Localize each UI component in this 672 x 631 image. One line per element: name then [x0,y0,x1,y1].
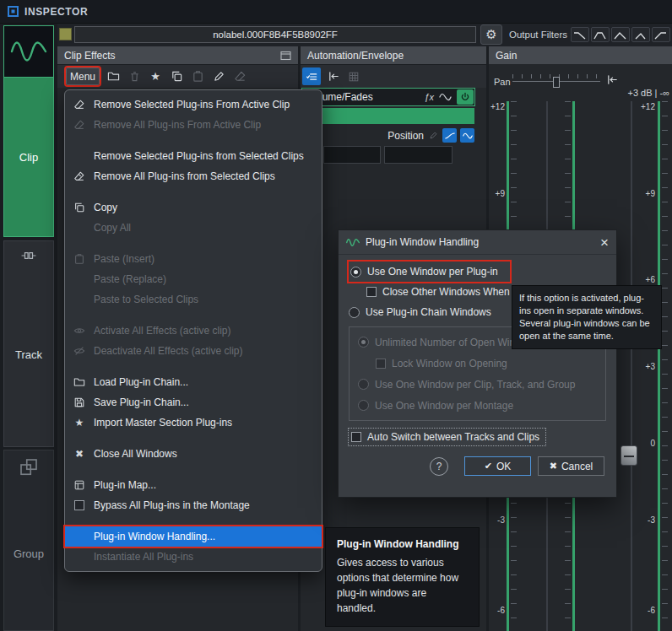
fx-icon: ƒx [424,92,434,102]
check-icon: ✔ [485,461,492,472]
scale-label: +3 [639,362,655,371]
menu-item[interactable]: Copy [65,197,322,218]
sidebar-item-group[interactable]: Group [3,450,54,631]
radio-icon [350,267,361,278]
group-icon [18,457,40,477]
detach-window-icon[interactable] [280,51,291,61]
menu-item[interactable]: Load Plug-in Chain... [65,372,322,392]
tooltip-title: Plug-in Window Handling [337,538,468,550]
clip-tab-label: Clip [4,78,53,236]
filter-peak-icon[interactable] [611,27,630,42]
reset-envelope-icon[interactable] [326,69,341,84]
scale-ticks [662,101,668,631]
copy-icon[interactable] [169,69,184,84]
menu-item-plugin-window-handling[interactable]: Plug-in Window Handling... [65,526,322,547]
menu-item[interactable]: Plug-in Map... [65,475,322,495]
filter-low-shelf-icon[interactable] [571,27,589,42]
eraser-icon [73,118,86,132]
position-row: Position [301,127,475,143]
filter-band-icon[interactable] [591,27,610,42]
cancel-button[interactable]: ✖ Cancel [538,456,604,476]
pan-thumb[interactable] [553,77,560,88]
envelope-list-toggle[interactable] [302,67,321,85]
scale-label: -6 [639,606,655,615]
inspector-window: INSPECTOR Clip Track Group ⚙ Output Filt… [0,0,672,631]
sidebar-item-track[interactable]: Track [3,240,54,447]
clip-effects-menu: Remove Selected Plug-ins From Active Cli… [64,89,322,572]
wave-icon[interactable] [460,128,474,143]
pan-reset-icon[interactable] [606,73,620,87]
filter-high-shelf-icon[interactable] [652,27,670,42]
checkbox-icon [366,287,377,297]
fader-handle[interactable] [621,445,637,466]
menu-item[interactable]: ✖ Close All Windows [65,444,322,464]
selected-envelope-row[interactable] [301,108,474,124]
track-icon [16,248,41,263]
save-icon [73,396,86,409]
pencil-icon [427,130,439,142]
menu-separator [65,310,322,321]
fade-curve-icon[interactable] [442,128,457,143]
ok-button[interactable]: ✔ OK [464,456,531,476]
menu-item[interactable]: Save Plug-in Chain... [65,392,322,413]
menu-item[interactable]: Remove All Plug-ins from Selected Clips [65,166,322,186]
track-tab-label: Track [15,263,42,446]
sine-wave-icon [439,92,452,102]
menu-button[interactable]: Menu [66,67,100,85]
radio-icon [358,379,369,390]
radio-one-window-per-clip-track-group: Use One Window per Clip, Track, and Grou… [358,374,597,395]
close-icon[interactable]: × [600,235,609,250]
filter-notch-icon[interactable] [631,27,650,42]
radio-use-one-window-per-plugin[interactable]: Use One Window per Plug-in [349,262,510,282]
menu-item[interactable]: ★ Import Master Section Plug-ins [65,413,322,433]
menu-item: Copy All [65,218,322,238]
eraser-icon [73,98,86,111]
checkbox-auto-switch[interactable]: Auto Switch between Tracks and Clips [349,429,606,445]
dialog-footer: ? ✔ OK ✖ Cancel [349,456,606,476]
pan-slider[interactable] [512,73,600,89]
help-button[interactable]: ? [430,457,448,476]
clip-effects-title: Clip Effects [64,50,115,62]
help-icon: ? [436,461,442,472]
trash-icon [127,69,142,84]
dialog-titlebar[interactable]: Plug-in Window Handling × [339,230,616,255]
position-value-field[interactable] [323,146,381,164]
radio-icon [358,337,369,348]
gear-icon: ⚙ [485,27,496,42]
menu-item-tooltip: Plug-in Window Handling Gives access to … [325,527,480,627]
checkbox-icon [73,499,86,512]
menu-separator [65,238,322,249]
automation-toolbar [301,65,486,88]
position-label: Position [387,130,424,142]
clip-name-field[interactable] [74,26,476,43]
position-time-field[interactable] [384,146,453,164]
menu-item[interactable]: Bypass All Plug-ins in the Montage [65,495,322,515]
checkbox-icon [376,359,386,369]
envelope-curve-selector[interactable]: Volume/Fades ƒx [301,88,475,106]
pen-icon[interactable] [211,69,226,84]
dialog-title: Plug-in Window Handling [366,236,479,248]
settings-button[interactable]: ⚙ [480,24,502,45]
copy-icon [73,201,86,214]
pan-label: Pan [494,77,511,87]
scale-label: +6 [639,275,655,284]
scale-label: +9 [639,189,655,198]
grid-icon [346,69,361,84]
menu-item[interactable]: Remove Selected Plug-ins From Active Cli… [65,94,322,115]
folder-icon[interactable] [106,69,121,84]
scale-label: -3 [489,515,505,525]
envelope-power-button[interactable] [457,89,474,105]
fader-rail-right[interactable] [631,101,632,631]
menu-item: Paste to Selected Clips [65,289,322,310]
clip-color-swatch[interactable] [59,28,72,40]
cross-icon: ✖ [550,461,557,472]
eraser-all-icon [73,170,86,183]
scale-label: 0 [639,439,655,448]
sidebar-item-clip[interactable]: Clip [3,25,54,237]
automation-header: Automation/Envelope [301,46,486,64]
eye-off-icon [73,344,86,358]
checkbox-lock-window-on-opening: Lock Window on Opening [376,353,597,374]
preset-star-icon[interactable]: ★ [148,69,163,84]
menu-item[interactable]: Remove Selected Plug-ins from Selected C… [65,146,322,166]
plugin-window-handling-dialog: Plug-in Window Handling × Use One Window… [338,229,617,498]
